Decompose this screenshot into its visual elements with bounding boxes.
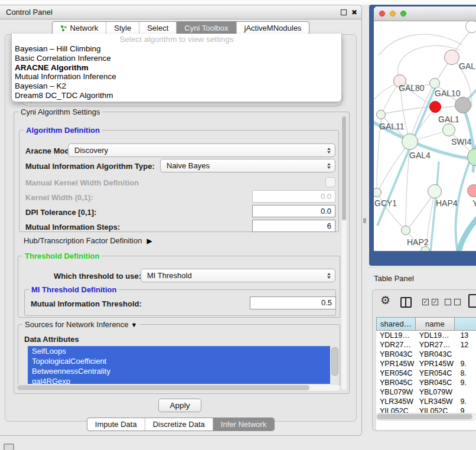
scrollbar-thumb[interactable] (17, 385, 309, 390)
traffic-light-close-icon[interactable] (379, 11, 385, 17)
manual-kernel-width-label: Manual Kernel Width Definition (25, 178, 139, 187)
manual-kernel-checkbox[interactable] (325, 177, 335, 187)
float-window-icon[interactable] (341, 9, 347, 15)
settings-vertical-scrollbar[interactable] (341, 115, 347, 390)
algorithm-option-bayesian-k2[interactable]: Bayesian – K2 (12, 81, 341, 91)
column-header-name[interactable]: name (416, 317, 455, 331)
table-row[interactable]: YDR27…YDR27…12 (376, 340, 476, 350)
document-icon[interactable] (468, 294, 476, 308)
dpi-tolerance-label: DPI Tolerance [0,1]: (25, 208, 96, 217)
hub-definition-expander[interactable]: Hub/Transcription Factor Definition▶ (24, 236, 152, 245)
network-icon (60, 25, 67, 32)
network-node[interactable] (465, 21, 476, 33)
column-header-shared[interactable]: shared… (376, 317, 416, 331)
table-row[interactable]: YPR145WYPR145W9. (376, 359, 476, 369)
cell-shared-name: YBR045C (376, 378, 416, 387)
data-attributes-list: SelfLoopsTopologicalCoefficientBetweenne… (28, 346, 330, 387)
network-node-label: GAL1 (438, 115, 459, 124)
table-header-row: shared…name (376, 317, 476, 331)
tab-jactivemnodules[interactable]: jActiveMNodules (236, 22, 309, 34)
tab-style[interactable]: Style (106, 22, 139, 34)
cell-value: 8. (454, 369, 476, 378)
network-node[interactable] (455, 97, 471, 113)
mi-threshold-label: Mutual Information Threshold: (31, 299, 142, 308)
table-row[interactable]: YER054CYER054C8. (376, 369, 476, 378)
network-view-titlebar[interactable] (374, 6, 476, 21)
algorithm-option-mutual-information-inference[interactable]: Mutual Information Inference (12, 72, 341, 81)
network-node-gal[interactable] (444, 50, 459, 65)
cell-shared-name: YBR043C (376, 350, 416, 359)
tab-impute-data[interactable]: Impute Data (87, 418, 145, 431)
scrollbar-thumb[interactable] (377, 414, 472, 419)
algorithm-option-dream8-dc-tdc-algorithm[interactable]: Dream8 DC_TDC Algorithm (12, 91, 341, 100)
attribute-item-selfloops[interactable]: SelfLoops (28, 346, 330, 356)
network-node-gal10[interactable] (429, 78, 440, 89)
traffic-light-zoom-icon[interactable] (400, 11, 406, 17)
table-row[interactable]: YBR043CYBR043C (376, 350, 476, 359)
column-selector-icon[interactable] (400, 297, 412, 308)
select-all-icon[interactable]: ✓ ✓ (422, 299, 438, 305)
network-node-gal1[interactable] (442, 123, 455, 136)
network-node-y[interactable] (467, 184, 476, 197)
mi-threshold-value: 0.5 (321, 297, 332, 309)
panel-splitter-grip[interactable] (363, 218, 366, 223)
sources-group-title[interactable]: Sources for Network Inference▼ (22, 320, 139, 330)
attribute-item-betweennesscentrality[interactable]: BetweennessCentrality (28, 366, 330, 376)
tab-cyni-toolbox[interactable]: Cyni Toolbox (176, 22, 236, 34)
tab-label: Select (147, 22, 168, 34)
table-row[interactable]: YLR345WYLR345W9. (376, 397, 476, 406)
dpi-tolerance-field[interactable]: 0.0 (252, 205, 335, 217)
network-node[interactable] (429, 101, 441, 113)
cell-name: YBL079W (416, 387, 455, 397)
attribute-item-topologicalcoefficient[interactable]: TopologicalCoefficient (28, 356, 330, 366)
gear-icon[interactable]: ⚙ (380, 295, 390, 306)
traffic-lights (379, 11, 406, 17)
network-node-gal4[interactable] (402, 133, 418, 150)
mi-steps-field[interactable]: 6 (252, 220, 335, 232)
mi-threshold-definition-group: MI Threshold Definition Mutual Informati… (24, 289, 336, 316)
aracne-mode-select[interactable]: Discovery (68, 144, 335, 157)
column-header-col3[interactable] (455, 317, 476, 331)
mi-steps-value: 6 (327, 220, 331, 231)
attribute-list-scrollbar[interactable] (331, 347, 338, 376)
expander-down-arrow-icon: ▼ (131, 321, 138, 330)
kernel-width-field[interactable]: 0.0 (252, 190, 335, 203)
algorithm-option-bayesian-hill-climbing[interactable]: Bayesian – Hill Climbing (12, 44, 341, 54)
mi-threshold-definition-title: MI Threshold Definition (29, 285, 119, 294)
collapsed-panel-icon[interactable] (4, 444, 14, 450)
algorithm-combo-placeholder: Select algorithm to view settings (12, 34, 341, 44)
scrollbar-thumb[interactable] (342, 116, 346, 220)
tab-select[interactable]: Select (139, 22, 176, 34)
cell-name: YBR045C (416, 378, 455, 387)
settings-horizontal-scrollbar[interactable] (16, 384, 341, 392)
table-row[interactable]: YBL079WYBL079W (376, 387, 476, 397)
network-node-label: GAL11 (379, 122, 405, 131)
tab-network[interactable]: Network (53, 22, 106, 34)
mi-algorithm-type-select[interactable]: Naive Bayes (160, 159, 335, 172)
unchecked-box-icon (445, 299, 451, 305)
deselect-all-icon[interactable] (445, 299, 461, 305)
network-node-gal11[interactable] (376, 110, 386, 119)
mi-threshold-field[interactable]: 0.5 (250, 296, 336, 309)
algorithm-option-basic-correlation-inference[interactable]: Basic Correlation Inference (12, 54, 341, 63)
network-canvas[interactable]: GALGAL80GAL10GAL1GAL11SWI4GAL4GCY1HAP4YH… (374, 21, 476, 251)
cyni-algorithm-settings-group: Cyni Algorithm Settings Algorithm Defini… (14, 112, 350, 394)
network-node-hap2[interactable] (401, 226, 410, 235)
tab-discretize-data[interactable]: Discretize Data (145, 418, 213, 431)
table-row[interactable]: YDL19…YDL19…13 (376, 331, 476, 340)
which-threshold-select[interactable]: MI Threshold (141, 269, 335, 282)
traffic-light-minimize-icon[interactable] (390, 11, 396, 17)
table-horizontal-scrollbar[interactable] (375, 413, 476, 420)
tab-infer-network[interactable]: Infer Network (213, 418, 274, 431)
table-row[interactable]: YBR045CYBR045C9. (376, 378, 476, 387)
algorithm-dropdown-popup: Select algorithm to view settings Bayesi… (11, 34, 342, 102)
apply-button[interactable]: Apply (158, 399, 201, 412)
close-window-icon[interactable]: ✖ (351, 9, 357, 16)
cell-value (454, 387, 476, 397)
network-node-label: GCY1 (374, 198, 397, 208)
network-node-label: GAL (459, 61, 475, 71)
cell-name: YPR145W (416, 359, 455, 369)
tab-label: Cyni Toolbox (184, 22, 228, 34)
algorithm-option-aracne-algorithm[interactable]: ARACNE Algorithm (12, 63, 341, 73)
network-node-hap4[interactable] (428, 184, 442, 198)
